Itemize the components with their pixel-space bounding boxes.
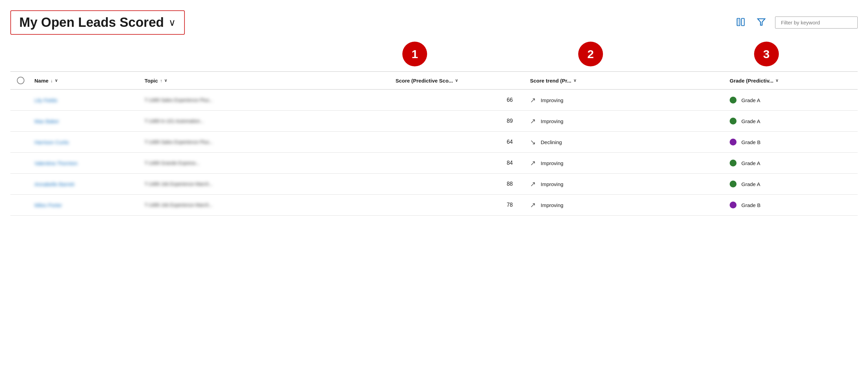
- select-all-checkbox[interactable]: [17, 77, 24, 84]
- score-value: 78: [507, 202, 513, 208]
- grade-dot-icon: [730, 97, 737, 104]
- grade-label: Grade A: [741, 160, 760, 166]
- col-header-trend[interactable]: Score trend (Pr... ∨: [527, 78, 726, 84]
- badge-2: 2: [578, 42, 603, 66]
- row-grade: Grade A: [726, 97, 868, 104]
- col-score-chevron: ∨: [455, 78, 458, 83]
- row-score: 89: [327, 118, 527, 124]
- badge-3-container: 3: [678, 42, 854, 68]
- grade-label: Grade B: [741, 202, 761, 208]
- trend-arrow-icon: ↗: [530, 96, 536, 104]
- trend-label: Improving: [541, 202, 563, 208]
- columns-icon: [736, 17, 745, 27]
- row-name[interactable]: Annabelle Barrett: [31, 181, 141, 187]
- col-header-topic[interactable]: Topic ↑ ∨: [141, 78, 327, 84]
- filter-input-wrapper: [775, 17, 858, 29]
- title-area: My Open Leads Scored ∨: [10, 10, 185, 35]
- grade-dot-icon: [730, 139, 737, 145]
- badge-2-container: 2: [503, 42, 679, 68]
- row-score: 66: [327, 97, 527, 103]
- score-value: 88: [507, 181, 513, 187]
- row-topic: T-1489 Sales Experience Plus...: [141, 139, 327, 145]
- badges-row: 1 2 3: [10, 42, 858, 71]
- row-trend: ↗ Improving: [527, 201, 726, 209]
- grade-label: Grade A: [741, 97, 760, 103]
- badge-1-container: 1: [327, 42, 503, 68]
- row-trend: ↗ Improving: [527, 117, 726, 125]
- col-header-name[interactable]: Name ↓ ∨: [31, 78, 141, 84]
- grade-label: Grade B: [741, 139, 761, 145]
- column-headers: Name ↓ ∨ Topic ↑ ∨ Score (Predictive Sco…: [10, 72, 858, 90]
- grade-dot-icon: [730, 202, 737, 208]
- row-topic: T-1489 Sales Experience Plus...: [141, 97, 327, 103]
- data-table: Name ↓ ∨ Topic ↑ ∨ Score (Predictive Sco…: [10, 71, 858, 216]
- col-header-score[interactable]: Score (Predictive Sco... ∨: [327, 78, 527, 84]
- col-trend-label: Score trend (Pr...: [530, 78, 571, 84]
- row-score: 64: [327, 139, 527, 145]
- trend-label: Improving: [541, 181, 563, 187]
- trend-arrow-icon: ↘: [530, 138, 536, 146]
- grade-dot-icon: [730, 160, 737, 166]
- col-grade-label: Grade (Predictiv...: [730, 78, 773, 84]
- trend-arrow-icon: ↗: [530, 201, 536, 209]
- filter-button[interactable]: [754, 15, 768, 30]
- row-trend: ↗ Improving: [527, 96, 726, 104]
- table-row: Max Baker T-1489 In-101 Automation... 89…: [10, 111, 858, 132]
- col-header-grade[interactable]: Grade (Predictiv... ∨: [726, 78, 868, 84]
- col-topic-label: Topic: [145, 78, 158, 84]
- svg-point-5: [738, 24, 739, 24]
- score-value: 89: [507, 118, 513, 124]
- row-name[interactable]: Lily Fields: [31, 97, 141, 103]
- col-name-label: Name: [34, 78, 49, 84]
- page-title: My Open Leads Scored: [19, 15, 164, 30]
- row-score: 84: [327, 160, 527, 166]
- table-row: Valentina Thornton T-1489 Grande Express…: [10, 153, 858, 174]
- row-score: 78: [327, 202, 527, 208]
- row-name[interactable]: Valentina Thornton: [31, 160, 141, 166]
- grade-label: Grade A: [741, 118, 760, 124]
- table-row: Annabelle Barrett T-1489 Job Experience …: [10, 174, 858, 195]
- row-topic: T-1489 Grande Express...: [141, 160, 327, 166]
- svg-marker-6: [758, 19, 765, 25]
- trend-arrow-icon: ↗: [530, 159, 536, 167]
- trend-arrow-icon: ↗: [530, 180, 536, 188]
- col-trend-chevron: ∨: [573, 78, 576, 83]
- col-header-checkbox: [10, 77, 31, 84]
- row-grade: Grade A: [726, 160, 868, 166]
- svg-point-4: [738, 22, 739, 22]
- trend-label: Improving: [541, 97, 563, 103]
- title-dropdown-chevron[interactable]: ∨: [169, 17, 176, 28]
- svg-point-3: [738, 20, 739, 20]
- filter-keyword-input[interactable]: [781, 20, 852, 25]
- grade-dot-icon: [730, 181, 737, 187]
- row-name[interactable]: Max Baker: [31, 118, 141, 124]
- row-topic: T-1489 In-101 Automation...: [141, 118, 327, 124]
- header: My Open Leads Scored ∨: [10, 7, 858, 42]
- badge-3: 3: [754, 42, 779, 66]
- score-value: 64: [507, 139, 513, 145]
- col-name-sort: ↓: [51, 78, 53, 83]
- table-row: Lily Fields T-1489 Sales Experience Plus…: [10, 90, 858, 111]
- row-trend: ↗ Improving: [527, 180, 726, 188]
- row-name[interactable]: Harrison Curtis: [31, 139, 141, 145]
- col-topic-sort: ↑: [160, 78, 162, 83]
- row-name[interactable]: Miles Porter: [31, 202, 141, 208]
- trend-label: Declining: [541, 139, 562, 145]
- row-trend: ↗ Improving: [527, 159, 726, 167]
- row-grade: Grade A: [726, 118, 868, 124]
- col-name-chevron: ∨: [55, 78, 58, 83]
- trend-label: Improving: [541, 118, 563, 124]
- trend-label: Improving: [541, 160, 563, 166]
- columns-settings-button[interactable]: [734, 15, 748, 30]
- trend-arrow-icon: ↗: [530, 117, 536, 125]
- table-row: Miles Porter T-1489 Job Experience March…: [10, 195, 858, 216]
- row-grade: Grade B: [726, 139, 868, 145]
- svg-rect-1: [741, 19, 744, 26]
- table-row: Harrison Curtis T-1489 Sales Experience …: [10, 132, 858, 153]
- row-topic: T-1489 Job Experience March...: [141, 181, 327, 187]
- row-topic: T-1489 Job Experience March...: [141, 202, 327, 208]
- col-grade-chevron: ∨: [775, 78, 779, 83]
- row-trend: ↘ Declining: [527, 138, 726, 146]
- header-actions: [734, 15, 858, 30]
- col-score-label: Score (Predictive Sco...: [395, 78, 453, 84]
